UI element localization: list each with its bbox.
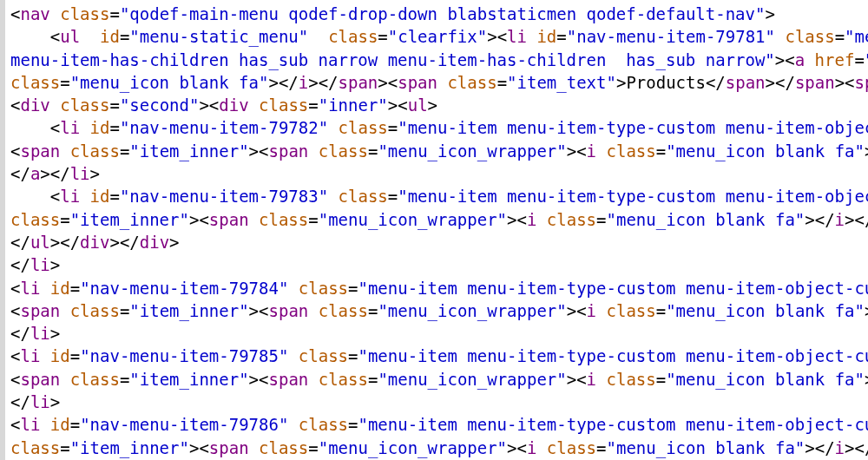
code-token bbox=[308, 141, 318, 161]
code-token: class bbox=[259, 438, 308, 457]
code-line[interactable]: <ul id="menu-static_menu" class="clearfi… bbox=[10, 25, 868, 48]
code-token bbox=[527, 27, 536, 46]
code-line[interactable]: class="item_inner"><span class="menu_ico… bbox=[10, 437, 868, 459]
code-token: id bbox=[50, 346, 70, 365]
code-line[interactable]: class="item_inner"><span class="menu_ico… bbox=[10, 208, 868, 231]
code-token: </ bbox=[706, 73, 726, 92]
source-code[interactable]: <nav class="qodef-main-menu qodef-drop-d… bbox=[10, 3, 868, 460]
code-token: >< bbox=[835, 73, 855, 92]
code-token: span bbox=[269, 370, 309, 389]
code-token: = bbox=[120, 370, 129, 389]
code-token: = bbox=[378, 27, 387, 46]
code-token: class bbox=[259, 95, 308, 115]
code-token: i bbox=[587, 301, 596, 320]
code-token: > bbox=[50, 255, 60, 274]
code-token: = bbox=[120, 141, 129, 161]
code-token: ></ bbox=[805, 210, 834, 229]
code-token: span bbox=[269, 141, 309, 161]
code-token: div bbox=[140, 233, 169, 252]
code-line[interactable]: </li> bbox=[10, 253, 868, 276]
code-token bbox=[596, 370, 606, 389]
code-token: ></ bbox=[845, 438, 868, 457]
code-token: >< bbox=[507, 438, 527, 457]
code-line[interactable]: <li id="nav-menu-item-79784" class="menu… bbox=[10, 277, 868, 299]
code-token: "menu-item menu-item-type-custom menu-it… bbox=[398, 118, 868, 137]
code-token: >< bbox=[775, 50, 795, 69]
code-token: = bbox=[308, 210, 318, 229]
code-line[interactable]: <span class="item_inner"><span class="me… bbox=[10, 140, 868, 162]
code-viewer: <nav class="qodef-main-menu qodef-drop-d… bbox=[0, 0, 868, 460]
code-token: span bbox=[20, 370, 60, 389]
code-token: >< bbox=[567, 141, 587, 161]
code-token: > bbox=[616, 73, 626, 92]
code-token bbox=[50, 4, 60, 23]
code-line[interactable]: </a></li> bbox=[10, 162, 868, 185]
code-line[interactable]: <span class="item_inner"><span class="me… bbox=[10, 368, 868, 391]
code-token bbox=[536, 438, 546, 457]
code-token: li bbox=[507, 27, 527, 46]
code-token: span bbox=[20, 301, 60, 320]
code-token: ></ bbox=[268, 73, 298, 92]
code-token: = bbox=[109, 95, 119, 115]
code-token: class bbox=[10, 73, 60, 92]
code-line[interactable]: <div class="second"><div class="inner"><… bbox=[10, 94, 868, 116]
code-line[interactable]: </li> bbox=[10, 322, 868, 345]
code-token: spa bbox=[855, 73, 868, 92]
code-token: = bbox=[70, 415, 80, 434]
code-token: i bbox=[587, 141, 596, 161]
code-line[interactable]: <li id="nav-menu-item-79782" class="menu… bbox=[10, 116, 868, 139]
code-token: = bbox=[388, 118, 398, 137]
code-token: i bbox=[835, 210, 845, 229]
code-line[interactable]: </li> bbox=[10, 391, 868, 413]
code-token: = bbox=[835, 27, 845, 46]
code-token: class bbox=[299, 346, 348, 365]
code-token: < bbox=[50, 118, 60, 137]
code-token bbox=[249, 438, 259, 457]
code-token: class bbox=[607, 301, 656, 320]
code-token: id bbox=[90, 187, 110, 206]
code-line[interactable]: <span class="item_inner"><span class="me… bbox=[10, 299, 868, 322]
code-token: span bbox=[726, 73, 766, 92]
code-token bbox=[60, 141, 69, 161]
code-token: = bbox=[656, 370, 666, 389]
code-token: li bbox=[30, 255, 50, 274]
code-token: = bbox=[60, 73, 69, 92]
code-token: a bbox=[30, 164, 40, 183]
code-line[interactable]: class="menu_icon blank fa"></i></span><s… bbox=[10, 71, 868, 94]
code-token: nav bbox=[20, 4, 49, 23]
code-token: = bbox=[70, 346, 80, 365]
code-token: "nav-menu-item-79785" bbox=[80, 346, 288, 365]
code-token bbox=[288, 415, 298, 434]
code-token: = bbox=[497, 73, 507, 92]
code-token: = bbox=[556, 27, 566, 46]
code-token: class bbox=[328, 27, 378, 46]
code-token: "qodef-main-menu qodef-drop-down blabsta… bbox=[120, 4, 766, 23]
code-token bbox=[80, 27, 100, 46]
code-token: li bbox=[60, 187, 80, 206]
editor-gutter bbox=[0, 0, 5, 460]
code-token: Products bbox=[626, 73, 706, 92]
code-token bbox=[536, 210, 546, 229]
code-token: "menu_icon_wrapper" bbox=[319, 210, 507, 229]
code-token: id bbox=[536, 27, 556, 46]
code-token: div bbox=[80, 233, 109, 252]
code-token: class bbox=[70, 141, 120, 161]
code-line[interactable]: <li id="nav-menu-item-79783" class="menu… bbox=[10, 185, 868, 207]
code-token: = bbox=[656, 141, 666, 161]
code-token: span bbox=[209, 210, 249, 229]
code-token: "item_inner" bbox=[129, 370, 248, 389]
code-token: > bbox=[50, 392, 60, 411]
code-token: < bbox=[10, 346, 20, 365]
code-token bbox=[288, 346, 298, 365]
code-token bbox=[308, 370, 318, 389]
code-line[interactable]: <nav class="qodef-main-menu qodef-drop-d… bbox=[10, 3, 868, 25]
code-line[interactable]: menu-item-has-children has_sub narrow me… bbox=[10, 49, 868, 71]
code-line[interactable]: <li id="nav-menu-item-79786" class="menu… bbox=[10, 413, 868, 436]
code-line[interactable]: </ul></div></div> bbox=[10, 231, 868, 253]
code-token: = bbox=[368, 141, 378, 161]
code-token: > bbox=[90, 164, 100, 183]
code-token bbox=[40, 279, 49, 298]
code-token bbox=[805, 50, 814, 69]
code-token: > bbox=[765, 4, 774, 23]
code-line[interactable]: <li id="nav-menu-item-79785" class="menu… bbox=[10, 345, 868, 367]
